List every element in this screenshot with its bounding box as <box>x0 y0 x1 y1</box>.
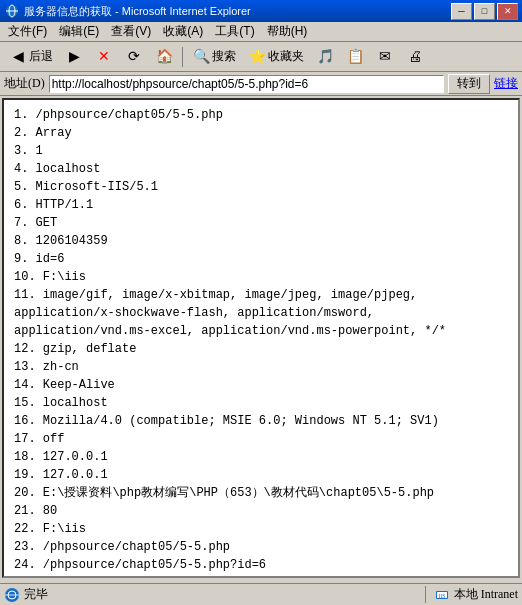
done-label: 完毕 <box>24 586 48 603</box>
address-input[interactable] <box>49 75 444 93</box>
stop-icon: ✕ <box>95 48 113 66</box>
title-bar: 服务器信息的获取 - Microsoft Internet Explorer ─… <box>0 0 522 22</box>
status-icon <box>4 587 20 603</box>
refresh-button[interactable]: ⟳ <box>120 45 148 69</box>
maximize-button[interactable]: □ <box>474 3 495 20</box>
status-zone: IIS 本地 Intranet <box>425 586 518 603</box>
search-label: 搜索 <box>212 48 236 65</box>
address-bar: 地址(D) 转到 链接 <box>0 72 522 96</box>
svg-text:IIS: IIS <box>438 593 445 599</box>
stop-button[interactable]: ✕ <box>90 45 118 69</box>
address-label: 地址(D) <box>4 75 45 92</box>
mail-icon: ✉ <box>376 48 394 66</box>
content-text: 1. /phpsource/chapt05/5-5.php 2. Array 3… <box>14 106 508 574</box>
menu-view[interactable]: 查看(V) <box>105 21 157 42</box>
forward-button[interactable]: ▶ <box>60 45 88 69</box>
back-icon: ◀ <box>9 48 27 66</box>
ie-title-icon <box>4 3 20 19</box>
history-icon: 📋 <box>346 48 364 66</box>
menu-bar: 文件(F) 编辑(E) 查看(V) 收藏(A) 工具(T) 帮助(H) <box>0 22 522 42</box>
status-bar: 完毕 IIS 本地 Intranet <box>0 583 522 605</box>
zone-label: 本地 Intranet <box>454 586 518 603</box>
favorites-label: 收藏夹 <box>268 48 304 65</box>
home-icon: 🏠 <box>155 48 173 66</box>
mail-button[interactable]: ✉ <box>371 45 399 69</box>
zone-icon: IIS <box>434 587 450 603</box>
window-title: 服务器信息的获取 - Microsoft Internet Explorer <box>24 4 451 19</box>
search-icon: 🔍 <box>192 48 210 66</box>
content-area[interactable]: 1. /phpsource/chapt05/5-5.php 2. Array 3… <box>2 98 520 578</box>
back-button[interactable]: ◀ 后退 <box>4 45 58 69</box>
back-label: 后退 <box>29 48 53 65</box>
forward-icon: ▶ <box>65 48 83 66</box>
menu-edit[interactable]: 编辑(E) <box>53 21 105 42</box>
links-label[interactable]: 链接 <box>494 75 518 92</box>
media-button[interactable]: 🎵 <box>311 45 339 69</box>
search-button[interactable]: 🔍 搜索 <box>187 45 241 69</box>
menu-favorites[interactable]: 收藏(A) <box>157 21 209 42</box>
favorites-icon: ⭐ <box>248 48 266 66</box>
print-icon: 🖨 <box>406 48 424 66</box>
toolbar: ◀ 后退 ▶ ✕ ⟳ 🏠 🔍 搜索 ⭐ 收藏夹 🎵 📋 ✉ 🖨 <box>0 42 522 72</box>
menu-help[interactable]: 帮助(H) <box>261 21 314 42</box>
media-icon: 🎵 <box>316 48 334 66</box>
status-done: 完毕 <box>4 586 421 603</box>
menu-file[interactable]: 文件(F) <box>2 21 53 42</box>
print-button[interactable]: 🖨 <box>401 45 429 69</box>
favorites-button[interactable]: ⭐ 收藏夹 <box>243 45 309 69</box>
go-button[interactable]: 转到 <box>448 74 490 94</box>
menu-tools[interactable]: 工具(T) <box>209 21 260 42</box>
refresh-icon: ⟳ <box>125 48 143 66</box>
close-button[interactable]: ✕ <box>497 3 518 20</box>
history-button[interactable]: 📋 <box>341 45 369 69</box>
minimize-button[interactable]: ─ <box>451 3 472 20</box>
toolbar-separator-1 <box>182 47 183 67</box>
window-controls: ─ □ ✕ <box>451 3 518 20</box>
home-button[interactable]: 🏠 <box>150 45 178 69</box>
